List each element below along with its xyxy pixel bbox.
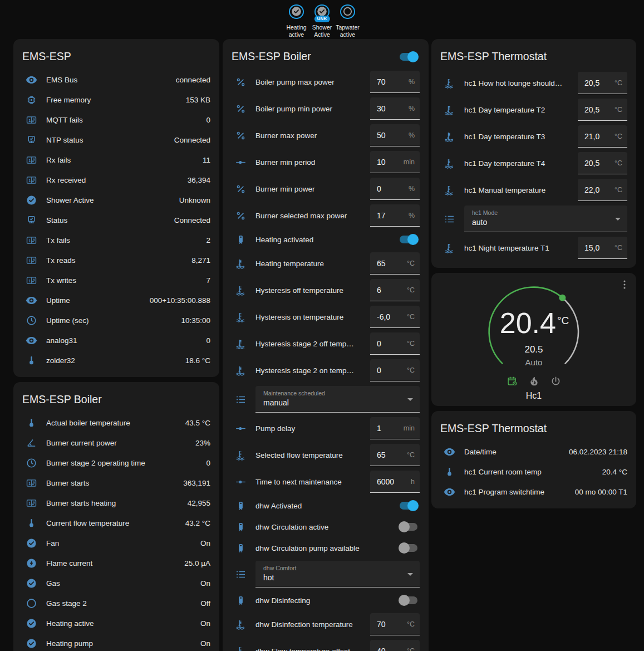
number-unit: °C xyxy=(407,286,415,294)
toggle-switch[interactable] xyxy=(399,595,419,606)
number-input[interactable]: 21,0°C xyxy=(578,125,627,148)
entity-row[interactable]: GasOn xyxy=(22,573,210,593)
entity-row[interactable]: Heating pumpOn xyxy=(22,633,210,651)
number-input[interactable]: 65°C xyxy=(370,444,420,466)
number-input[interactable]: 17% xyxy=(370,204,420,227)
svg-text:1: 1 xyxy=(28,178,31,183)
state-badge[interactable]: Tapwater active xyxy=(336,4,360,39)
entity-state: 0 xyxy=(206,336,210,345)
number-input[interactable]: 40°C xyxy=(370,640,420,651)
number-input[interactable]: 20,5°C xyxy=(578,99,627,121)
entity-row[interactable]: 1MQTT fails0 xyxy=(22,110,210,130)
entity-row: Selected flow temperature65°C xyxy=(232,442,420,468)
thermometer-water-icon xyxy=(444,184,455,196)
entity-row[interactable]: Burner stage 2 operating time0 xyxy=(22,453,210,473)
entity-name: Hc1 xyxy=(431,391,636,401)
entity-row[interactable]: Shower ActiveUnknown xyxy=(22,190,210,210)
toggle-switch[interactable] xyxy=(399,500,419,511)
chevron-down-icon xyxy=(407,398,413,401)
number-input[interactable]: 20,5°C xyxy=(578,152,627,174)
number-input[interactable]: 50% xyxy=(370,124,420,146)
toggle-thumb xyxy=(407,234,419,245)
entity-row: Pump delay1min xyxy=(232,415,420,442)
toggle-switch[interactable] xyxy=(399,234,419,245)
entity-row[interactable]: Flame current25.0 µA xyxy=(22,553,210,573)
entity-name: hc1 Day temperature T2 xyxy=(464,106,578,114)
ray-icon xyxy=(235,423,247,434)
entity-row[interactable]: Actual boiler temperature43.5 °C xyxy=(22,413,210,433)
entity-name: EMS Bus xyxy=(46,76,176,84)
entity-name: Hysteresis off temperature xyxy=(255,286,370,295)
number-input[interactable]: 70°C xyxy=(370,613,420,635)
number-input[interactable]: -6,0°C xyxy=(370,306,420,328)
number-input[interactable]: 65°C xyxy=(370,252,420,275)
number-input[interactable]: 0°C xyxy=(370,332,420,355)
entity-row[interactable]: analog310 xyxy=(22,330,210,350)
entity-row[interactable]: 1Tx writes7 xyxy=(22,270,210,290)
entity-row[interactable]: 1Burner starts heating42,955 xyxy=(22,493,210,513)
number-input[interactable]: 0% xyxy=(370,178,420,200)
number-input[interactable]: 0°C xyxy=(370,359,420,381)
entity-state: 06.02.2023 21:18 xyxy=(569,448,627,456)
kebab-menu-icon[interactable] xyxy=(618,278,631,291)
entity-row[interactable]: Uptime (sec)10:35:00 xyxy=(22,310,210,330)
entity-row[interactable]: Gas stage 2Off xyxy=(22,593,210,613)
card-thermostat-sensors: EMS-ESP Thermostat Date/time06.02.2023 2… xyxy=(431,411,636,508)
number-input[interactable]: 30% xyxy=(370,97,420,120)
entity-row[interactable]: 1Burner starts363,191 xyxy=(22,473,210,493)
entity-row[interactable]: Uptime000+10:35:00.888 xyxy=(22,290,210,310)
select-input[interactable]: hc1 Modeauto xyxy=(464,205,627,232)
entity-row[interactable]: 1Tx reads8,271 xyxy=(22,250,210,270)
toggle-thumb xyxy=(407,500,419,511)
entity-name: dhw Activated xyxy=(255,502,399,510)
select-input[interactable]: Maintenance scheduledmanual xyxy=(255,386,420,413)
entity-row[interactable]: hc1 Current room temp20.4 °C xyxy=(440,462,627,482)
badge-label: Shower Active xyxy=(310,24,335,39)
hvac-mode-button[interactable] xyxy=(507,375,518,387)
entity-row[interactable]: FanOn xyxy=(22,533,210,553)
hvac-mode-button[interactable] xyxy=(550,375,562,387)
state-badge[interactable]: Heating active xyxy=(284,4,309,39)
number-input[interactable]: 10min xyxy=(370,151,420,173)
entity-row[interactable]: 1Tx fails2 xyxy=(22,230,210,250)
card-header-toggle[interactable] xyxy=(399,51,419,62)
number-input[interactable]: 22,0°C xyxy=(578,179,627,201)
number-input[interactable]: 15,0°C xyxy=(578,237,627,259)
number-unit: °C xyxy=(614,244,622,252)
entity-row[interactable]: Date/time06.02.2023 21:18 xyxy=(440,442,627,462)
entity-row[interactable]: hc1 Program switchtime00 mo 00:00 T1 xyxy=(440,482,627,502)
thermometer-water-icon xyxy=(235,258,247,270)
toggle-switch[interactable] xyxy=(399,521,419,532)
number-input[interactable]: 70% xyxy=(370,71,420,93)
state-badge[interactable]: UNKShower Active xyxy=(310,4,335,39)
entity-row[interactable]: StatusConnected xyxy=(22,210,210,230)
entity-row[interactable]: 1Rx received36,394 xyxy=(22,170,210,190)
number-unit: % xyxy=(409,212,415,219)
entity-state: Off xyxy=(200,599,210,608)
number-input[interactable]: 20,5°C xyxy=(578,72,627,94)
entity-name: Heating temperature xyxy=(255,260,370,268)
entity-row[interactable]: EMS Busconnected xyxy=(22,70,210,90)
number-unit: % xyxy=(409,78,415,86)
entity-row[interactable]: Current flow temperature43.2 °C xyxy=(22,513,210,533)
select-input[interactable]: dhw Comforthot xyxy=(255,561,420,588)
dial-handle[interactable] xyxy=(559,295,566,301)
entity-row[interactable]: zolder3218.6 °C xyxy=(22,350,210,370)
number-input[interactable]: 6000h xyxy=(370,471,420,493)
select-label: hc1 Mode xyxy=(472,209,609,216)
entity-row[interactable]: Heating activeOn xyxy=(22,613,210,633)
thermometer-icon xyxy=(26,417,37,429)
entity-row[interactable]: Burner current power23% xyxy=(22,433,210,453)
entity-row[interactable]: NTP statusConnected xyxy=(22,130,210,150)
entity-name: Rx fails xyxy=(46,156,203,164)
toggle-thumb xyxy=(399,542,410,554)
entity-name: hc1 How hot lounge should… xyxy=(464,79,578,87)
number-input[interactable]: 6°C xyxy=(370,279,420,301)
entity-row[interactable]: 1Rx fails11 xyxy=(22,150,210,170)
number-input[interactable]: 1min xyxy=(370,417,420,439)
hvac-mode-button[interactable] xyxy=(528,375,540,387)
toggle-switch[interactable] xyxy=(399,542,419,554)
toggle-thumb xyxy=(399,521,410,532)
entity-state: 2 xyxy=(206,236,210,244)
entity-row[interactable]: Free memory153 KB xyxy=(22,90,210,110)
